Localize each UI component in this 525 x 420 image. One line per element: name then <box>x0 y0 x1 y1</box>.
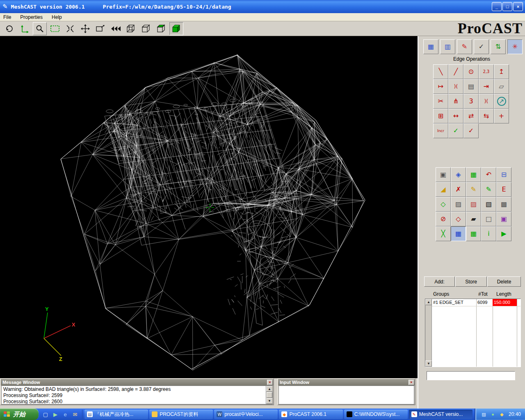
mesh-pencil-yellow-icon[interactable]: ✎ <box>466 182 481 197</box>
mesh-page-purple-icon[interactable]: ▣ <box>496 212 511 226</box>
mesh-grid-green-icon[interactable]: ▦ <box>466 167 481 182</box>
import-export-icon[interactable]: ⇅ <box>491 39 506 54</box>
list-scrollbar[interactable]: ▲ ▼ <box>425 299 432 367</box>
tray-icon-3[interactable]: ◆ <box>498 411 505 418</box>
edge-copy-icon[interactable]: ▤ <box>463 79 479 94</box>
shaded-top-cube-icon[interactable] <box>154 22 168 35</box>
hidden-line-cube-icon[interactable] <box>139 22 153 35</box>
start-button[interactable]: 开始 <box>0 409 39 420</box>
solid-cube-icon[interactable] <box>169 22 183 35</box>
close-button[interactable]: × <box>513 2 523 11</box>
mesh-hatch-icon[interactable]: ▨ <box>451 197 466 212</box>
edge-accept-icon[interactable]: ✓ <box>448 123 463 138</box>
edge-merge-icon[interactable]: + <box>494 109 509 123</box>
menu-help[interactable]: Help <box>52 14 62 20</box>
edge-set-row[interactable]: #1 EDGE_SET 6099 150.000 <box>432 299 520 306</box>
taskbar-task-5[interactable]: C:\WINDOWS\syst... <box>344 410 408 419</box>
input-window-content[interactable] <box>278 386 414 404</box>
scroll-down-icon[interactable]: ▼ <box>425 361 432 367</box>
edit-mesh-icon[interactable]: ✎ <box>457 39 472 54</box>
edge-plane-icon[interactable]: ▱ <box>494 79 509 94</box>
mesh-hatch-dark-icon[interactable]: ▧ <box>481 197 496 212</box>
mesh-undo-icon[interactable]: ↶ <box>481 167 496 182</box>
tray-icon-1[interactable]: ▨ <box>480 411 487 418</box>
pan-icon[interactable] <box>78 22 92 35</box>
mesh-hatch-red-icon[interactable]: ▨ <box>466 197 481 212</box>
taskbar-task-4[interactable]: ◆ProCAST 2006.1 <box>279 410 342 419</box>
edge-reject-icon[interactable]: ✓ <box>463 123 479 138</box>
store-button[interactable]: Store <box>455 276 487 287</box>
special-ops-icon[interactable]: ✳ <box>507 39 523 54</box>
previous-views-icon[interactable] <box>109 22 123 35</box>
panel-input[interactable] <box>427 371 515 380</box>
edge-line-icon[interactable]: ╲ <box>433 64 448 79</box>
scroll-up-icon[interactable]: ▲ <box>425 299 432 305</box>
mesh-cube-icon[interactable]: ▣ <box>436 167 451 182</box>
volume-mesh-icon[interactable]: ▥ <box>440 39 455 54</box>
fit-view-icon[interactable] <box>63 22 77 35</box>
taskbar-task-3[interactable]: Wprocast中Veloci... <box>214 410 278 419</box>
wireframe-cube-icon[interactable] <box>124 22 138 35</box>
edge-navigate-icon[interactable]: ↗ <box>494 94 509 109</box>
mesh-flag-icon[interactable]: ▰ <box>466 212 481 226</box>
quick-launch-browser[interactable]: e <box>61 410 70 419</box>
edge-corner-icon[interactable]: ⊞ <box>433 109 448 123</box>
edge-arcs-icon[interactable]: )( <box>448 79 463 94</box>
edge-swap-icon[interactable]: ⇄ <box>463 109 479 123</box>
zoom-window-icon[interactable] <box>48 22 62 35</box>
mesh-xgrid-blue-icon[interactable]: ▦ <box>451 226 466 241</box>
surface-mesh-icon[interactable]: ▦ <box>423 39 438 54</box>
tray-icon-2[interactable]: ● <box>489 411 496 418</box>
edge-extend-icon[interactable]: ↥ <box>494 64 509 79</box>
taskbar-task-2[interactable]: PROCAST的资料 <box>149 410 213 419</box>
mesh-save-icon[interactable]: ⊟ <box>496 167 511 182</box>
scroll-up-icon[interactable]: ▲ <box>266 386 273 392</box>
mesh-delete-icon[interactable]: ✗ <box>451 182 466 197</box>
add-button[interactable]: Add: <box>424 276 455 287</box>
zoom-icon[interactable] <box>33 22 47 35</box>
maximize-button[interactable]: □ <box>502 2 512 11</box>
edge-cut-icon[interactable]: ✂ <box>433 94 448 109</box>
edge-endpoints-icon[interactable]: ↦ <box>433 79 448 94</box>
menu-properties[interactable]: Properties <box>20 14 43 20</box>
message-scrollbar[interactable]: ▲ ▼ <box>266 386 272 404</box>
mesh-xgrid-green-icon[interactable]: ╳ <box>436 226 451 241</box>
delete-button[interactable]: Delete <box>487 276 521 287</box>
edge-segment-icon[interactable]: ╱ <box>448 64 463 79</box>
scroll-down-icon[interactable]: ▼ <box>266 398 273 404</box>
edge-split-3-icon[interactable]: 3 <box>463 94 479 109</box>
edge-split-23-icon[interactable]: 2,3 <box>479 64 494 79</box>
taskbar-task-1[interactable]: ▤『机械产品冷热... <box>84 410 148 419</box>
edge-circle-icon[interactable]: ⊙ <box>463 64 479 79</box>
message-window-close-icon[interactable]: × <box>267 380 273 385</box>
axes-icon[interactable] <box>18 22 32 35</box>
edge-incr-icon[interactable]: Incr <box>433 123 448 138</box>
edge-join-icon[interactable]: )( <box>479 94 494 109</box>
mesh-no-hatch-icon[interactable]: ⊘ <box>436 212 451 226</box>
mesh-wedge-icon[interactable]: ◢ <box>436 182 451 197</box>
zoom-box-icon[interactable] <box>94 22 107 35</box>
edge-branch-icon[interactable]: ⋔ <box>448 94 463 109</box>
menu-file[interactable]: File <box>3 14 11 20</box>
mesh-play-icon[interactable]: ▶ <box>496 226 511 241</box>
quick-launch-player[interactable]: ▶ <box>51 410 60 419</box>
mesh-hatch-double-icon[interactable]: ▩ <box>496 197 511 212</box>
quick-launch-desktop[interactable]: ▢ <box>41 410 50 419</box>
mesh-info2-icon[interactable]: i <box>481 226 496 241</box>
scroll-thumb[interactable] <box>267 392 272 397</box>
input-window-close-icon[interactable]: × <box>409 380 414 385</box>
mesh-xgrid-green2-icon[interactable]: ▦ <box>466 226 481 241</box>
edge-exchange-icon[interactable]: ⇆ <box>479 109 494 123</box>
mesh-info-icon[interactable]: ◈ <box>451 167 466 182</box>
mesh-wireframe-canvas[interactable] <box>0 36 418 378</box>
mesh-e-icon[interactable]: E <box>496 182 511 197</box>
mesh-dashed-diamond-icon[interactable]: ◇ <box>436 197 451 212</box>
mesh-diamond-arrows-icon[interactable]: ◇ <box>451 212 466 226</box>
quick-launch-mail[interactable]: ✉ <box>71 410 80 419</box>
mesh-pencil-green-icon[interactable]: ✎ <box>481 182 496 197</box>
minimize-button[interactable]: _ <box>492 2 502 11</box>
taskbar-task-6[interactable]: ✎MeshCAST versio... <box>409 410 472 419</box>
edge-stretch-icon[interactable]: ↔ <box>448 109 463 123</box>
edge-snap-icon[interactable]: ⇥ <box>479 79 494 94</box>
rotate-view-icon[interactable] <box>2 22 16 35</box>
